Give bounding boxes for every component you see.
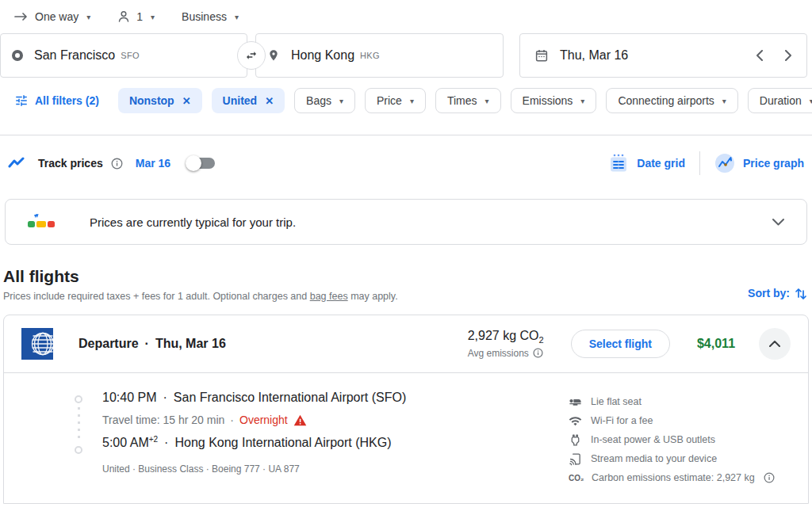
emissions-caption: Avg emissions [468,348,544,359]
chip-label: Duration [760,94,802,107]
price-insight-banner[interactable]: Prices are currently typical for your tr… [5,199,807,245]
flight-card-header[interactable]: Departure · Thu, Mar 16 2,927 kg CO2 Avg… [4,315,808,372]
collapse-flight-button[interactable] [759,328,791,360]
emissions-block: 2,927 kg CO2 Avg emissions [468,329,544,358]
origin-field[interactable]: San Francisco SFO [0,33,247,78]
trip-options-bar: One way ▾ 1 ▾ Business ▾ [0,0,812,27]
chevron-down-icon: ▾ [235,13,239,21]
cabin-class-selector[interactable]: Business ▾ [182,10,239,23]
departure-label: Departure [79,337,139,351]
swap-airports-button[interactable] [237,41,266,70]
chip-label: United [223,94,258,107]
date-grid-button[interactable]: Date grid [608,153,685,174]
section-divider [0,135,812,135]
trip-type-label: One way [35,10,79,23]
arrival-row: 5:00 AM+2 · Hong Kong International Airp… [102,435,569,450]
filter-chip-price[interactable]: Price ▾ [365,88,426,113]
bag-fees-link[interactable]: bag fees [310,291,348,302]
arrow-right-icon [14,12,29,21]
track-prices-bar: Track prices Mar 16 Date grid Price grap… [0,148,812,178]
timeline-destination-dot [75,446,82,454]
amenity-row: CO₂ Carbon emissions estimate: 2,927 kg [569,468,792,487]
filter-sliders-icon [14,93,29,108]
filter-chip-connecting-airports[interactable]: Connecting airports ▾ [606,88,737,113]
emissions-value: 2,927 kg CO2 [468,329,544,345]
info-icon[interactable] [111,158,123,170]
person-icon [117,10,130,23]
amenity-label: Wi-Fi for a fee [591,415,653,426]
close-icon[interactable]: ✕ [182,95,191,107]
overnight-label: Overnight [239,414,288,426]
filter-chip-times[interactable]: Times ▾ [435,88,501,113]
flight-info-line: United · Business Class · Boeing 777 · U… [102,463,569,475]
close-icon[interactable]: ✕ [265,95,274,107]
chevron-left-icon[interactable] [756,50,764,61]
power-icon [569,433,582,447]
sort-by-button[interactable]: Sort by: [748,286,807,302]
plus-days-superscript: +2 [149,435,158,444]
amenity-row: Wi-Fi for a fee [569,411,792,430]
price-graph-icon [714,153,735,174]
chevron-down-icon: ▾ [580,97,584,105]
chevron-down-icon: ▾ [151,13,155,21]
flight-date: Thu, Mar 16 [155,337,226,351]
lie-flat-seat-icon [569,395,582,409]
chip-label: Nonstop [129,94,174,107]
trip-type-selector[interactable]: One way ▾ [14,10,90,23]
departure-row: 10:40 PM · San Francisco International A… [102,391,569,405]
amenity-label: In-seat power & USB outlets [591,434,715,445]
destination-field[interactable]: Hong Kong HKG [255,33,504,78]
chevron-down-icon: ▾ [339,97,343,105]
flights-heading-group: All flights Prices include required taxe… [3,267,398,302]
swap-icon [244,49,259,62]
date-grid-label: Date grid [637,157,685,170]
chevron-down-icon: ▾ [485,97,489,105]
amenity-row: Lie flat seat [569,392,792,411]
chevron-down-icon: ▾ [86,13,90,21]
co2-icon: CO₂ [569,474,583,482]
destination-city: Hong Kong [291,48,354,63]
filter-chip-nonstop[interactable]: Nonstop ✕ [118,88,202,113]
timeline-origin-dot [75,395,82,403]
price-graph-button[interactable]: Price graph [714,153,804,174]
cabin-class-label: Business [182,10,227,23]
amenity-label: Carbon emissions estimate: 2,927 kg [592,472,755,483]
united-airlines-logo [21,328,53,360]
amenity-row: Stream media to your device [569,449,792,468]
chevron-up-icon [769,341,780,347]
passenger-selector[interactable]: 1 ▾ [117,10,155,23]
info-icon[interactable] [533,348,543,358]
filter-chip-bags[interactable]: Bags ▾ [294,88,355,113]
location-pin-icon [267,48,280,63]
chevron-down-icon[interactable] [772,219,784,226]
track-prices-toggle[interactable] [188,158,215,169]
timeline-dotted-line [78,407,80,442]
price-level-icon [26,212,56,232]
chip-label: Emissions [523,94,573,107]
date-field[interactable]: Thu, Mar 16 [519,33,807,78]
flight-legs: 10:40 PM · San Francisco International A… [102,391,569,487]
wifi-icon [569,414,582,428]
filter-chip-united[interactable]: United ✕ [212,88,285,113]
select-flight-button[interactable]: Select flight [571,330,670,358]
amenities-list: Lie flat seat Wi-Fi for a fee In-seat po… [569,391,792,487]
track-prices-group: Track prices Mar 16 [8,156,215,170]
all-filters-button[interactable]: All filters (2) [14,93,99,108]
search-bar: San Francisco SFO Hong Kong HKG Thu, Mar… [0,33,812,78]
date-value: Thu, Mar 16 [560,48,756,63]
stream-icon [569,452,582,466]
info-icon[interactable] [764,472,775,483]
flight-card-title: Departure · Thu, Mar 16 [79,337,226,351]
travel-time: Travel time: 15 hr 20 min [102,414,224,426]
filter-chip-duration[interactable]: Duration ▾ [748,88,812,113]
filter-chip-emissions[interactable]: Emissions ▾ [511,88,597,113]
destination-airport-code: HKG [360,51,380,60]
date-navigation [756,50,792,61]
price-insight-message: Prices are currently typical for your tr… [90,215,296,229]
disclaimer-text: may apply. [348,291,398,302]
sort-arrows-icon [795,286,807,300]
warning-icon [293,414,307,426]
chip-label: Bags [306,94,331,107]
chip-label: Times [447,94,477,107]
chevron-right-icon[interactable] [784,50,792,61]
